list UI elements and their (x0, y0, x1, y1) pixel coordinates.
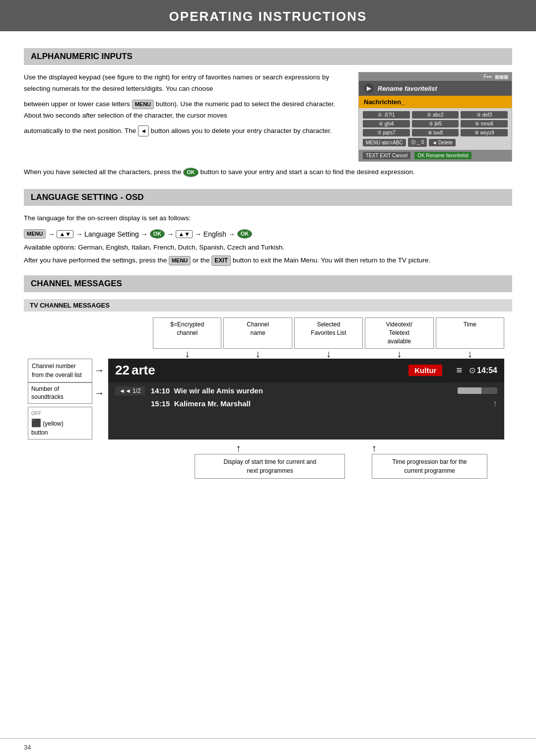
label-videotext: Videotext/Teletextavailable (365, 317, 433, 348)
tv-screen-row1: 22 arte Kultur ≡ ⊙ 14:54 (108, 359, 504, 382)
clock-icon: ⊙ (469, 366, 475, 375)
content-area: ALPHANUMERIC INPUTS Use the displayed ke… (0, 31, 536, 738)
numpad-key-6[interactable]: ⑥ mno6 (461, 120, 508, 127)
section-alphanumeric-header: ALPHANUMERIC INPUTS (24, 48, 512, 65)
menu-btn: MENU (24, 229, 46, 239)
arrow-right-channel: → (94, 365, 104, 376)
top-arrows-row: ↓ ↓ ↓ ↓ ↓ (153, 349, 504, 359)
numpad-key-4[interactable]: ④ ghi4 (363, 120, 410, 127)
numpad-row-1: ① .ß?!1 ② abc2 ③ def3 (363, 111, 508, 119)
numpad-row-3: ⑦ pqrs7 ⑧ tuv8 ⑨ wxyz9 (363, 129, 508, 136)
tv-prog2-text: 15:15 Kalimera Mr. Marshall (151, 399, 251, 408)
numpad-key-7[interactable]: ⑦ pqrs7 (363, 129, 410, 136)
rename-title-bar: ▶ Rename favoritelist (359, 81, 512, 96)
arrow-time: ↓ (436, 349, 504, 359)
channel-icon: ▶ (364, 83, 374, 93)
numpad-row-2: ④ ghi4 ⑤ jkl5 ⑥ mno6 (363, 120, 508, 127)
channel-diagram: $=Encryptedchannel Channelname SelectedF… (24, 317, 512, 479)
page-number-area: 34 (0, 738, 536, 756)
tv-screen-row2: ◄◄ 1/2 14:10 Wie wir alle Amis wurden (108, 382, 504, 440)
progress-bar-fill (458, 387, 481, 394)
label-time: Time (436, 317, 504, 348)
top-labels-row: $=Encryptedchannel Channelname SelectedF… (153, 317, 504, 348)
tv-prog2-row: 15:15 Kalimera Mr. Marshall ↑ (115, 398, 497, 409)
bottom-labels-row: ↑ ↑ (108, 442, 504, 454)
numpad-0-key[interactable]: ⓪ _ 0 (408, 138, 427, 147)
numpad-delete-key[interactable]: ◄ Delete (429, 139, 456, 146)
numpad-menu-key[interactable]: MENU abc>ABC (363, 139, 406, 146)
tv-time-display: ⊙ 14:54 (469, 366, 497, 375)
tv-row1-wrapper: Channel number from the overall list → 2… (24, 359, 512, 382)
tv-prog1-row: ◄◄ 1/2 14:10 Wie wir alle Amis wurden (115, 386, 497, 395)
numpad-key-9[interactable]: ⑨ wxyz9 (461, 129, 508, 136)
ok-btn-lang: OK (150, 229, 165, 239)
section-language-header: LANGUAGE SETTING - OSD (24, 189, 512, 206)
rename-input-field: Nachrichten_ (359, 96, 512, 108)
page-title: OPERATING INSTRUCTIONS (0, 9, 536, 24)
alphanum-para3: automatically to the next position. The … (24, 126, 346, 137)
arrow-up-progress: ↑ (372, 442, 377, 454)
progress-bar (458, 387, 497, 394)
rename-ui-mockup: F▪▪▪ ▦▦▦ ▶ Rename favoritelist Nachricht… (358, 72, 512, 162)
numpad-key-1[interactable]: ① .ß?!1 (363, 111, 410, 119)
page-header: OPERATING INSTRUCTIONS (0, 0, 536, 31)
tv-soundtrack-indicator: ◄◄ 1/2 (115, 386, 145, 395)
up-down-btns: ▲▼ (57, 230, 73, 238)
bottom-caption-row: Display of start time for current andnex… (108, 454, 504, 479)
left-label-channel-num: Channel number from the overall list → (24, 359, 108, 382)
ok-btn-lang-2: OK (237, 229, 253, 239)
progress-bar-container (458, 387, 497, 394)
bottom-label-left-spacer (108, 442, 233, 454)
back-arrow-btn: ◄ (138, 126, 149, 136)
tv-prog1-text: 14:10 Wie wir alle Amis wurden (151, 386, 263, 395)
yellow-icon: ⬛ (31, 419, 41, 427)
tv-time-value: 14:54 (477, 366, 497, 375)
ok-button-inline: OK (183, 168, 199, 177)
up-down-btns-2: ▲▼ (176, 230, 193, 238)
tv-favorites-label: Kultur (408, 365, 442, 376)
text-exit-btn[interactable]: TEXT EXIT Cancel (363, 152, 410, 159)
soundtracks-label-row: Number ofsoundtracks → (28, 382, 104, 404)
left-labels-soundtracks: Number ofsoundtracks → OFF ⬛ (yellow)but… (24, 382, 108, 440)
tv-row2-wrapper: Number ofsoundtracks → OFF ⬛ (yellow)but… (24, 382, 512, 440)
language-after: After you have performed the settings, p… (24, 255, 512, 266)
language-path: MENU → ▲▼ → Language Setting → OK → ▲▼ →… (24, 229, 512, 239)
menu-button-inline: MENU (132, 100, 154, 109)
arrow-up-start-time: ↑ (236, 442, 241, 454)
bottom-label-start-time: Display of start time for current andnex… (195, 454, 345, 479)
bottom-label-progress-bar: Time progression bar for thecurrent prog… (372, 454, 487, 479)
tv-teletext-icon: ≡ (456, 365, 462, 376)
language-available: Available options: German, English, Ital… (24, 244, 512, 251)
exit-btn-after: EXIT (211, 255, 231, 266)
numpad-key-5[interactable]: ⑤ jkl5 (412, 120, 459, 127)
page: OPERATING INSTRUCTIONS ALPHANUMERIC INPU… (0, 0, 536, 756)
label-favorites: SelectedFavorites List (294, 317, 363, 348)
alphanumeric-text: Use the displayed keypad (see figure to … (24, 72, 346, 162)
arrow-right-soundtracks: → (94, 387, 104, 399)
arrow-channel-name: ↓ (223, 349, 292, 359)
ok-rename-btn[interactable]: OK Rename favoritelist (414, 152, 471, 159)
numpad-key-2[interactable]: ② abc2 (412, 111, 459, 119)
label-encrypted: $=Encryptedchannel (153, 317, 221, 348)
arrow-favorites: ↓ (294, 349, 363, 359)
yellow-button-box: OFF ⬛ (yellow)button (28, 407, 92, 440)
numpad-key-8[interactable]: ⑧ tuv8 (412, 129, 459, 136)
tv-channel-number: 22 (115, 363, 130, 378)
menu-btn-after: MENU (169, 256, 191, 265)
language-content: The language for the on-screen display i… (24, 213, 512, 266)
numpad-grid: ① .ß?!1 ② abc2 ③ def3 ④ ghi4 ⑤ jkl5 ⑥ mn… (359, 108, 512, 150)
numpad-key-3[interactable]: ③ def3 (461, 111, 508, 119)
rename-header-bar: F▪▪▪ ▦▦▦ (359, 72, 512, 81)
arrow-videotext: ↓ (365, 349, 433, 359)
rename-footer: TEXT EXIT Cancel OK Rename favoritelist (359, 150, 512, 161)
arrow-encrypted: ↓ (153, 349, 221, 359)
numpad-bottom-row: MENU abc>ABC ⓪ _ 0 ◄ Delete (363, 138, 508, 147)
alphanum-para1: Use the displayed keypad (see figure to … (24, 72, 346, 95)
label-channel-name: Channelname (223, 317, 292, 348)
section-channel-header: CHANNEL MESSAGES (24, 275, 512, 292)
language-para1: The language for the on-screen display i… (24, 213, 512, 224)
progress-bar-arrow: ↑ (493, 398, 497, 409)
channel-number-box: Channel number from the overall list (28, 359, 92, 382)
ok-para: When you have selected all the character… (24, 167, 512, 178)
yellow-btn-label-row: OFF ⬛ (yellow)button (28, 407, 104, 440)
